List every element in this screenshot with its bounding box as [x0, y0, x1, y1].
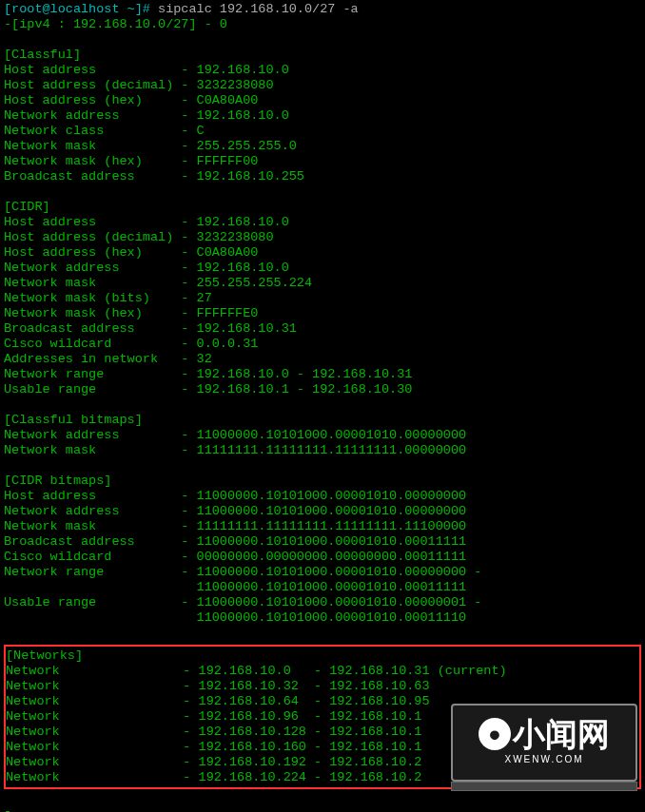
terminal-line: [Networks] — [6, 648, 639, 664]
watermark-icon — [479, 718, 511, 750]
terminal-line — [4, 397, 641, 413]
terminal-line: Broadcast address - 11000000.10101000.00… — [4, 534, 641, 550]
terminal-line: -[ipv4 : 192.168.10.0/27] - 0 — [4, 17, 641, 32]
terminal-line: Network address - 192.168.10.0 — [4, 108, 641, 124]
terminal-line — [4, 789, 641, 804]
terminal-line — [4, 32, 641, 48]
terminal-line: Network - 192.168.10.32 - 192.168.10.63 — [6, 679, 639, 694]
prompt: [root@localhost ~]# — [4, 2, 150, 16]
terminal-line: Network mask - 11111111.11111111.1111111… — [4, 519, 641, 534]
terminal-line: [CIDR bitmaps] — [4, 474, 641, 489]
terminal-line: Network range - 192.168.10.0 - 192.168.1… — [4, 367, 641, 382]
terminal-line: 11000000.10101000.00001010.00011110 — [4, 610, 641, 626]
watermark-badge: 小闻网 XWENW.COM — [451, 704, 637, 782]
terminal-line: Network address - 11000000.10101000.0000… — [4, 504, 641, 519]
terminal-line: Host address - 11000000.10101000.0000101… — [4, 489, 641, 504]
terminal-output: [root@localhost ~]# sipcalc 192.168.10.0… — [4, 2, 641, 812]
terminal-line: Cisco wildcard - 00000000.00000000.00000… — [4, 550, 641, 565]
terminal-line: Network - 192.168.10.0 - 192.168.10.31 (… — [6, 664, 639, 679]
terminal-line: Network range - 11000000.10101000.000010… — [4, 565, 641, 580]
watermark-sub: XWENW.COM — [505, 752, 584, 767]
terminal-line: Host address (hex) - C0A80A00 — [4, 245, 641, 261]
watermark-main: 小闻网 — [513, 726, 610, 742]
command-text: sipcalc 192.168.10.0/27 -a — [158, 2, 359, 16]
terminal-line: - — [4, 804, 641, 812]
terminal-line: [Classful] — [4, 48, 641, 63]
terminal-line: Network mask - 11111111.11111111.1111111… — [4, 443, 641, 458]
terminal-line: [root@localhost ~]# sipcalc 192.168.10.0… — [4, 2, 641, 17]
terminal-line: Host address (hex) - C0A80A00 — [4, 93, 641, 108]
terminal-line: Host address - 192.168.10.0 — [4, 215, 641, 230]
terminal-line: Usable range - 192.168.10.1 - 192.168.10… — [4, 382, 641, 397]
terminal-line — [4, 458, 641, 474]
terminal-line: Network mask (hex) - FFFFFF00 — [4, 154, 641, 169]
terminal-line: Network mask (hex) - FFFFFFE0 — [4, 306, 641, 321]
terminal-line: Cisco wildcard - 0.0.0.31 — [4, 337, 641, 352]
terminal-line: Network class - C — [4, 124, 641, 139]
terminal-line: Network mask (bits) - 27 — [4, 291, 641, 306]
terminal-line: Addresses in network - 32 — [4, 352, 641, 367]
terminal-line: Host address - 192.168.10.0 — [4, 63, 641, 78]
terminal-line — [4, 626, 641, 641]
terminal-line: Network mask - 255.255.255.224 — [4, 276, 641, 291]
terminal-line — [4, 184, 641, 200]
terminal-line: Network address - 192.168.10.0 — [4, 261, 641, 276]
terminal-line: Host address (decimal) - 3232238080 — [4, 78, 641, 93]
terminal-line: Network mask - 255.255.255.0 — [4, 139, 641, 154]
terminal-line: [CIDR] — [4, 200, 641, 215]
terminal-line: Broadcast address - 192.168.10.31 — [4, 321, 641, 337]
terminal-line: Usable range - 11000000.10101000.0000101… — [4, 595, 641, 610]
terminal-line: 11000000.10101000.00001010.00011111 — [4, 580, 641, 595]
watermark-bar — [451, 782, 637, 791]
terminal-line: Broadcast address - 192.168.10.255 — [4, 169, 641, 184]
terminal-line: Network address - 11000000.10101000.0000… — [4, 428, 641, 443]
terminal-line: [Classful bitmaps] — [4, 413, 641, 428]
terminal-line: Host address (decimal) - 3232238080 — [4, 230, 641, 245]
